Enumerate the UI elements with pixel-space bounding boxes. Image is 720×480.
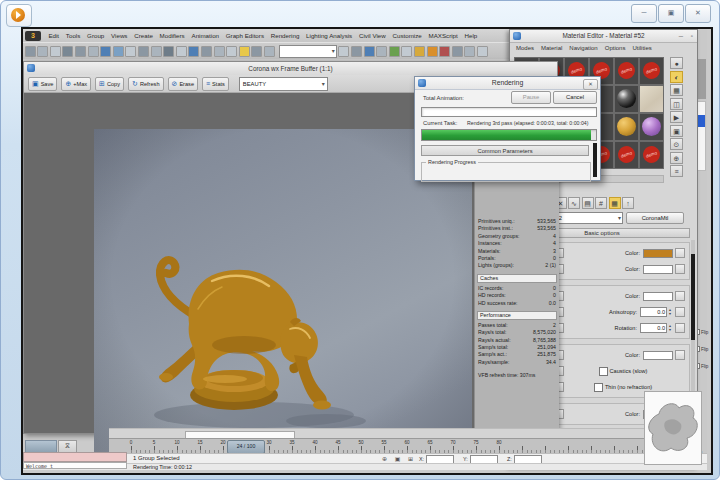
toolbar-icon-6[interactable] bbox=[100, 46, 111, 57]
menu-maxscript[interactable]: MAXScript bbox=[425, 32, 461, 39]
toolbar-icon-r2[interactable] bbox=[364, 46, 375, 57]
minimize-button[interactable]: ─ bbox=[631, 4, 657, 23]
toolbar-icon-r5[interactable] bbox=[401, 46, 412, 57]
toolbar-icon-1[interactable] bbox=[37, 46, 48, 57]
time-slider-handle[interactable]: 24 / 100 bbox=[227, 440, 265, 454]
menu-group[interactable]: Group bbox=[84, 32, 108, 39]
toolbar-icon-r4[interactable] bbox=[389, 46, 400, 57]
sample-type-icon[interactable]: ● bbox=[670, 57, 683, 69]
value-spinner[interactable]: 0.0▴ ▾ bbox=[640, 323, 673, 333]
map-slot-button[interactable] bbox=[675, 264, 685, 274]
toolbar-icon-16[interactable] bbox=[226, 46, 237, 57]
close-button[interactable]: ✕ bbox=[685, 4, 711, 23]
toolbar-icon-11[interactable] bbox=[163, 46, 174, 57]
max-app-button[interactable]: 3 bbox=[25, 31, 41, 41]
map-slot-button[interactable] bbox=[675, 291, 685, 301]
toolbar-icon-12[interactable] bbox=[176, 46, 187, 57]
transform-typein-icon[interactable]: ▣ bbox=[392, 455, 403, 463]
scrollbar-thumb[interactable] bbox=[691, 254, 695, 340]
toolbar-icon-4[interactable] bbox=[75, 46, 86, 57]
menu-customize[interactable]: Customize bbox=[389, 32, 425, 39]
map-slot-button[interactable] bbox=[675, 350, 685, 360]
menu-edit[interactable]: Edit bbox=[45, 32, 62, 39]
player-app-button[interactable] bbox=[6, 4, 32, 27]
checkbox[interactable] bbox=[594, 383, 603, 392]
erase-button[interactable]: ⊘Erase bbox=[168, 77, 199, 91]
menu-graph-editors[interactable]: Graph Editors bbox=[222, 32, 267, 39]
toolbar-icon-r6[interactable] bbox=[414, 46, 425, 57]
named-selection-combobox[interactable] bbox=[279, 45, 337, 58]
frame-buffer-titlebar[interactable]: Corona wx Frame Buffer (1:1) bbox=[24, 62, 557, 76]
toolbar-icon-r3[interactable] bbox=[376, 46, 387, 57]
menu-animation[interactable]: Animation bbox=[188, 32, 222, 39]
menu-civil-view[interactable]: Civil View bbox=[356, 32, 390, 39]
material-id-icon[interactable]: # bbox=[595, 197, 607, 209]
make-unique-icon[interactable]: ∿ bbox=[568, 197, 580, 209]
rendering-dialog-titlebar[interactable]: Rendering bbox=[415, 77, 600, 90]
time-ruler[interactable]: 05101520253035404550556065707580 24 / 10… bbox=[109, 438, 691, 454]
menu-create[interactable]: Create bbox=[131, 32, 156, 39]
toolbar-icon-9[interactable] bbox=[138, 46, 149, 57]
toolbar-icon-19[interactable] bbox=[264, 46, 275, 57]
map-slot-button[interactable] bbox=[675, 248, 685, 258]
options-icon[interactable]: ⊙ bbox=[670, 138, 683, 150]
toolbar-icon-18[interactable] bbox=[251, 46, 262, 57]
toolbar-icon-0[interactable] bbox=[25, 46, 36, 57]
grid-settings-icon[interactable]: ⊞ bbox=[405, 455, 416, 463]
menu-views[interactable]: Views bbox=[108, 32, 131, 39]
menu-rendering[interactable]: Rendering bbox=[267, 32, 302, 39]
spinner-value[interactable]: 0.0 bbox=[640, 323, 667, 333]
spinner-arrows-icon[interactable]: ▴ ▾ bbox=[667, 308, 673, 315]
material-class-button[interactable]: CoronaMtl bbox=[626, 212, 684, 224]
material-slot-texture-white[interactable] bbox=[639, 85, 664, 113]
spinner-arrows-icon[interactable]: ▴ ▾ bbox=[667, 324, 673, 331]
toolbar-icon-3[interactable] bbox=[62, 46, 73, 57]
video-color-check-icon[interactable]: ▶ bbox=[670, 111, 683, 123]
toolbar-icon-8[interactable] bbox=[125, 46, 136, 57]
spinner-value[interactable]: 0.0 bbox=[640, 307, 667, 317]
menu-help[interactable]: Help bbox=[461, 32, 481, 39]
toolbar-icon-17[interactable] bbox=[239, 46, 250, 57]
refresh-button[interactable]: ↻Refresh bbox=[128, 77, 163, 91]
put-to-library-icon[interactable]: ▤ bbox=[582, 197, 594, 209]
toolbar-icon-15[interactable] bbox=[214, 46, 225, 57]
material-slot-sphere-black[interactable] bbox=[614, 85, 639, 113]
toolbar-icon-r10[interactable] bbox=[464, 46, 475, 57]
color-swatch[interactable] bbox=[643, 249, 673, 258]
common-parameters-rollout[interactable]: Common Parameters bbox=[421, 145, 589, 156]
value-spinner[interactable]: 0.0▴ ▾ bbox=[640, 307, 673, 317]
me-menu-navigation[interactable]: Navigation bbox=[569, 45, 597, 51]
maximize-button[interactable]: ▣ bbox=[658, 4, 684, 23]
toolbar-icon-r8[interactable] bbox=[439, 46, 450, 57]
toolbar-icon-r7[interactable] bbox=[427, 46, 438, 57]
go-to-parent-icon[interactable]: ↑ bbox=[622, 197, 634, 209]
sample-uv-tiling-icon[interactable]: ◫ bbox=[670, 98, 683, 110]
toolbar-icon-13[interactable] bbox=[188, 46, 199, 57]
selection-lock-icon[interactable]: ⊕ bbox=[379, 455, 390, 463]
menu-lighting-analysis[interactable]: Lighting Analysis bbox=[303, 32, 356, 39]
color-swatch[interactable] bbox=[643, 265, 673, 274]
toolbar-icon-10[interactable] bbox=[151, 46, 162, 57]
show-map-in-viewport-icon[interactable]: ▦ bbox=[609, 197, 621, 209]
me-menu-options[interactable]: Options bbox=[605, 45, 626, 51]
me-menu-material[interactable]: Material bbox=[541, 45, 562, 51]
make-preview-icon[interactable]: ▣ bbox=[670, 125, 683, 137]
toolbar-icon-5[interactable] bbox=[88, 46, 99, 57]
toolbar-icon-7[interactable] bbox=[113, 46, 124, 57]
background-icon[interactable]: ▦ bbox=[670, 84, 683, 96]
minimize-icon[interactable]: ─ bbox=[679, 30, 683, 42]
material-slot-sphere-purple[interactable] bbox=[639, 113, 664, 141]
pause-button[interactable]: Pause bbox=[511, 91, 551, 104]
toolbar-icon-r0[interactable] bbox=[338, 46, 349, 57]
channel-dropdown[interactable]: BEAUTY bbox=[239, 77, 328, 91]
maxscript-listener[interactable]: Welcome t bbox=[23, 462, 127, 469]
toolbar-icon-r11[interactable] bbox=[477, 46, 488, 57]
material-slot-demo[interactable]: demo bbox=[614, 57, 639, 85]
me-menu-modes[interactable]: Modes bbox=[516, 45, 534, 51]
material-slot-demo[interactable]: demo bbox=[639, 141, 664, 169]
material-slot-sphere-gold[interactable] bbox=[614, 113, 639, 141]
toolbar-icon-2[interactable] bbox=[50, 46, 61, 57]
material-editor-titlebar[interactable]: Material Editor - Material #52 ─ ▫ bbox=[510, 30, 697, 43]
material-slot-demo[interactable]: demo bbox=[614, 141, 639, 169]
menu-tools[interactable]: Tools bbox=[62, 32, 83, 39]
